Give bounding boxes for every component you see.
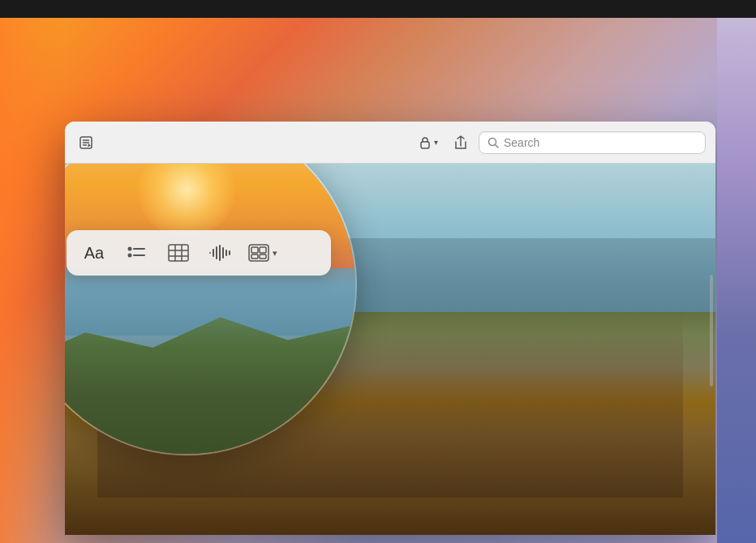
svg-rect-24 [251,247,258,253]
toolbar-left [75,131,97,154]
svg-rect-27 [260,254,266,259]
scrollbar[interactable] [710,275,713,386]
magnify-circle: Aa [65,164,357,455]
media-icon [248,244,269,262]
share-button[interactable] [449,132,472,153]
svg-rect-11 [169,245,188,261]
toolbar-right: ▾ Search [415,131,706,154]
browser-content: Aa [65,164,715,535]
list-icon [127,245,146,261]
lock-icon [419,136,431,149]
menu-bar [0,0,756,18]
svg-rect-4 [421,142,429,148]
svg-point-9 [128,254,132,258]
search-input-placeholder: Search [504,136,697,149]
lock-chevron: ▾ [434,138,438,147]
lock-button[interactable]: ▾ [415,133,443,152]
magnify-content: Aa [65,164,355,454]
share-icon [454,135,467,150]
toolbar-popup: Aa [67,230,331,276]
svg-rect-26 [251,254,258,259]
left-edge-glow [0,18,65,543]
search-bar[interactable]: Search [479,131,706,154]
media-button[interactable]: ▾ [248,244,277,262]
svg-rect-25 [260,247,266,253]
table-icon [168,244,189,262]
dropdown-chevron-icon: ▾ [273,248,277,259]
search-icon [488,137,499,148]
font-icon: Aa [84,244,104,263]
waveform-icon [208,244,233,262]
table-format-button[interactable] [164,244,193,262]
svg-line-6 [496,144,499,148]
browser-window: ▾ Search [65,122,715,535]
font-format-button[interactable]: Aa [79,244,109,263]
right-sidebar-strip [717,18,756,543]
svg-point-7 [128,247,132,251]
audio-button[interactable] [206,244,235,262]
edit-button[interactable] [75,131,97,154]
list-format-button[interactable] [122,245,151,261]
browser-toolbar: ▾ Search [65,122,715,164]
